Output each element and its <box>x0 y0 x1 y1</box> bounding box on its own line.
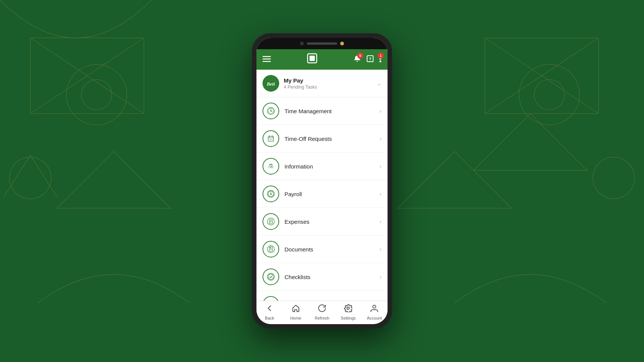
notch-bar <box>307 42 337 45</box>
chevron-right-icon-time-management: › <box>380 108 381 114</box>
menu-item-payroll[interactable]: $ Payroll › <box>256 180 388 208</box>
chevron-down-icon: ⌄ <box>377 80 381 86</box>
menu-item-information[interactable]: Information › <box>256 153 388 180</box>
settings-icon <box>344 304 352 315</box>
menu-item-left-payroll: $ Payroll <box>263 186 302 202</box>
hamburger-icon[interactable] <box>263 55 271 64</box>
chevron-right-icon-information: › <box>380 163 381 169</box>
nav-back[interactable]: Back <box>256 304 283 320</box>
camera-dot <box>300 42 304 45</box>
svg-rect-14 <box>263 61 271 62</box>
menu-item-left-time-management: Time Management <box>263 103 332 119</box>
more-badge: 1 <box>378 53 384 59</box>
nav-account[interactable]: Account <box>361 304 388 320</box>
notifications-button[interactable]: 5 <box>353 55 361 64</box>
checklist-icon-wrap <box>263 268 279 285</box>
nav-settings-label: Settings <box>341 316 356 320</box>
nav-refresh[interactable]: Refresh <box>309 304 335 320</box>
svg-point-36 <box>267 218 275 225</box>
notification-badge: 5 <box>357 53 363 59</box>
nav-refresh-label: Refresh <box>315 316 330 320</box>
nav-home-label: Home <box>290 316 301 320</box>
svg-rect-13 <box>263 58 271 59</box>
dollar-icon-wrap: $ <box>263 186 279 202</box>
menu-item-label-documents: Documents <box>284 246 313 253</box>
nav-account-label: Account <box>367 316 382 320</box>
my-pay-left: Beti My Pay 4 Pending Tasks <box>263 75 317 92</box>
more-options-button[interactable]: 1 <box>379 55 381 64</box>
menu-item-expenses[interactable]: Expenses › <box>256 208 388 236</box>
phone-frame: 5 ? <box>252 33 392 329</box>
menu-item-left-time-off-requests: Time-Off Requests <box>263 130 332 147</box>
svg-rect-16 <box>309 56 315 61</box>
menu-item-left-documents: Documents <box>263 241 313 257</box>
sensor-dot <box>340 42 344 45</box>
svg-point-0 <box>66 64 127 125</box>
header-right: 5 ? <box>353 55 381 64</box>
svg-text:$: $ <box>270 192 272 196</box>
menu-item-left-expenses: Expenses <box>263 213 309 230</box>
benefits-icon-wrap <box>263 296 279 301</box>
menu-item-label-payroll: Payroll <box>284 191 302 197</box>
nav-home[interactable]: Home <box>283 304 309 320</box>
chevron-right-icon-payroll: › <box>380 191 381 197</box>
menu-item-benefits[interactable]: Benefits › <box>256 291 388 301</box>
chevron-right-icon-expenses: › <box>380 218 381 225</box>
menu-item-time-off-requests[interactable]: Time-Off Requests › <box>256 125 388 153</box>
avatar-inner: Beti <box>263 75 279 92</box>
svg-text:Beti: Beti <box>266 81 275 87</box>
menu-item-left-information: Information <box>263 158 313 175</box>
svg-point-21 <box>380 60 381 62</box>
svg-point-7 <box>534 80 564 110</box>
chevron-right-icon-time-off-requests: › <box>380 136 381 142</box>
nav-back-label: Back <box>265 316 274 320</box>
svg-text:?: ? <box>369 57 372 61</box>
svg-point-11 <box>593 157 635 199</box>
back-icon <box>266 304 274 315</box>
avatar: Beti <box>263 75 279 92</box>
svg-point-48 <box>268 274 274 279</box>
fingerprint-icon-wrap <box>263 158 279 175</box>
phone-notch <box>256 38 388 49</box>
nav-settings[interactable]: Settings <box>335 304 361 320</box>
bottom-nav: Back Home Refresh <box>256 301 388 324</box>
menu-item-left-benefits: Benefits <box>263 296 305 301</box>
menu-item-time-management[interactable]: Time Management › <box>256 97 388 125</box>
menu-item-label-time-management: Time Management <box>284 108 332 114</box>
chevron-right-icon-checklists: › <box>380 274 381 280</box>
my-pay-subtitle: 4 Pending Tasks <box>284 84 317 90</box>
menu-item-documents[interactable]: Documents › <box>256 236 388 263</box>
svg-point-46 <box>270 247 270 248</box>
svg-point-53 <box>347 307 349 309</box>
timeoff-icon-wrap <box>263 130 279 147</box>
menu-item-left-checklists: Checklists <box>263 268 310 285</box>
svg-point-28 <box>270 111 271 111</box>
chevron-right-icon-documents: › <box>380 246 381 252</box>
app-logo <box>307 53 317 66</box>
account-icon <box>370 304 378 315</box>
my-pay-info: My Pay 4 Pending Tasks <box>284 77 317 90</box>
header-left <box>263 55 271 64</box>
my-pay-title: My Pay <box>284 77 317 84</box>
receipt-icon-wrap <box>263 213 279 230</box>
menu-item-checklists[interactable]: Checklists › <box>256 263 388 291</box>
home-icon <box>292 304 300 315</box>
svg-point-54 <box>373 305 376 308</box>
menu-content: Beti My Pay 4 Pending Tasks ⌄ <box>256 70 388 301</box>
menu-item-label-time-off-requests: Time-Off Requests <box>284 136 332 142</box>
svg-rect-12 <box>263 56 271 57</box>
help-icon: ? <box>366 56 374 64</box>
refresh-icon <box>318 304 326 315</box>
svg-point-1 <box>81 80 112 110</box>
svg-rect-29 <box>268 136 274 141</box>
my-pay-section[interactable]: Beti My Pay 4 Pending Tasks ⌄ <box>256 70 388 97</box>
menu-item-label-checklists: Checklists <box>284 274 310 280</box>
phone-screen: 5 ? <box>256 38 388 324</box>
menu-items-list: Time Management › Time-Off Requests › In… <box>256 97 388 301</box>
menu-item-label-expenses: Expenses <box>284 218 309 225</box>
app-header: 5 ? <box>256 49 388 70</box>
menu-item-label-information: Information <box>284 163 313 170</box>
clock-icon-wrap <box>263 103 279 119</box>
help-button[interactable]: ? <box>366 55 374 64</box>
document-icon-wrap <box>263 241 279 257</box>
